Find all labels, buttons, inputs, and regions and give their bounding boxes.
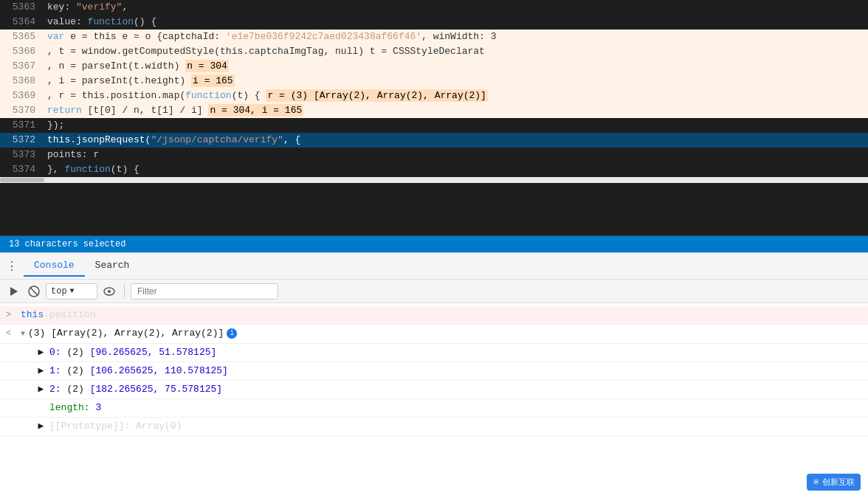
line-number: 5367 bbox=[0, 59, 44, 74]
console-content: ▶ 2: (2) [182.265625, 75.578125] bbox=[21, 382, 222, 397]
line-content: , t = window.getComputedStyle(this.captc… bbox=[44, 44, 868, 59]
tab-search[interactable]: Search bbox=[85, 255, 140, 277]
line-number: 5366 bbox=[0, 44, 44, 59]
line-number: 5370 bbox=[0, 103, 44, 118]
line-content: this.jsonpRequest("/jsonp/captcha/verify… bbox=[44, 133, 868, 148]
console-line: ▶ 0: (2) [96.265625, 51.578125] bbox=[0, 344, 868, 362]
line-content: key: "verify", bbox=[44, 0, 868, 15]
console-content: ▼(3) [Array(2), Array(2), Array(2)]i bbox=[21, 326, 237, 342]
context-selector[interactable]: top ▼ bbox=[46, 283, 97, 300]
line-content: , i = parseInt(t.height) i = 165 bbox=[44, 74, 868, 89]
toolbar-row: top ▼ bbox=[0, 280, 868, 303]
console-content: ▶ [[Prototype]]: Array(0) bbox=[21, 419, 182, 434]
line-content: points: r bbox=[44, 148, 868, 162]
console-line: >this.position bbox=[0, 306, 868, 325]
console-output[interactable]: >this.position<▼(3) [Array(2), Array(2),… bbox=[0, 303, 868, 498]
line-number: 5364 bbox=[0, 15, 44, 30]
console-line: <▼(3) [Array(2), Array(2), Array(2)]i bbox=[0, 325, 868, 344]
code-line: 5366 , t = window.getComputedStyle(this.… bbox=[0, 44, 868, 59]
watermark-symbol: ※ bbox=[813, 477, 819, 487]
line-number: 5374 bbox=[0, 162, 44, 177]
block-icon-button[interactable] bbox=[25, 283, 43, 300]
tabs-row: ⋮ ConsoleSearch bbox=[0, 253, 868, 280]
line-number: 5368 bbox=[0, 74, 44, 89]
code-line: 5372 this.jsonpRequest("/jsonp/captcha/v… bbox=[0, 133, 868, 148]
watermark-text: 创新互联 bbox=[822, 477, 855, 488]
line-content: }, function(t) { bbox=[44, 162, 868, 177]
code-line: 5374 }, function(t) { bbox=[0, 162, 868, 177]
code-line: 5368 , i = parseInt(t.height) i = 165 bbox=[0, 74, 868, 89]
svg-marker-0 bbox=[10, 287, 18, 296]
tab-console[interactable]: Console bbox=[24, 255, 85, 277]
watermark: ※ 创新互联 bbox=[807, 474, 861, 491]
dropdown-arrow-icon: ▼ bbox=[70, 287, 75, 295]
line-content: value: function() { bbox=[44, 15, 868, 30]
selection-status: 13 characters selected bbox=[9, 239, 125, 249]
line-content: var e = this e = o {captchaId: 'e1e7be03… bbox=[44, 30, 868, 44]
code-line: 5369 , r = this.position.map(function(t)… bbox=[0, 89, 868, 103]
line-content: return [t[0] / n, t[1] / i] n = 304, i =… bbox=[44, 103, 868, 118]
devtools-panel: ⋮ ConsoleSearch top ▼ bbox=[0, 252, 868, 498]
execute-button[interactable] bbox=[4, 283, 22, 300]
code-line: 5364 value: function() { bbox=[0, 15, 868, 30]
console-content: length: 3 bbox=[21, 401, 101, 415]
code-line: 5373 points: r bbox=[0, 148, 868, 162]
top-label: top bbox=[51, 286, 67, 297]
horizontal-scrollbar[interactable] bbox=[0, 177, 868, 183]
console-content: ▶ 1: (2) [106.265625, 110.578125] bbox=[21, 364, 228, 378]
console-content: this.position bbox=[21, 308, 95, 322]
console-content: ▶ 0: (2) [96.265625, 51.578125] bbox=[21, 345, 216, 360]
line-content: , n = parseInt(t.width) n = 304 bbox=[44, 59, 868, 74]
code-line: 5370 return [t[0] / n, t[1] / i] n = 304… bbox=[0, 103, 868, 118]
toolbar-separator bbox=[124, 284, 125, 299]
code-editor: 5363 key: "verify",5364 value: function(… bbox=[0, 0, 868, 236]
console-prompt: > bbox=[6, 308, 16, 322]
console-line: ▶ [[Prototype]]: Array(0) bbox=[0, 418, 868, 436]
filter-input[interactable] bbox=[131, 283, 278, 300]
console-line: ▶ 2: (2) [182.265625, 75.578125] bbox=[0, 381, 868, 399]
line-content: , r = this.position.map(function(t) { r … bbox=[44, 89, 868, 103]
line-number: 5363 bbox=[0, 0, 44, 15]
line-number: 5371 bbox=[0, 118, 44, 133]
line-number: 5365 bbox=[0, 30, 44, 44]
svg-line-2 bbox=[30, 287, 38, 295]
line-content: }); bbox=[44, 118, 868, 133]
console-line: length: 3 bbox=[0, 399, 868, 418]
code-line: 5365 var e = this e = o {captchaId: 'e1e… bbox=[0, 30, 868, 44]
code-line: 5363 key: "verify", bbox=[0, 0, 868, 15]
svg-point-4 bbox=[108, 290, 111, 293]
status-bar: 13 characters selected bbox=[0, 236, 868, 252]
code-line: 5371 }); bbox=[0, 118, 868, 133]
console-line: ▶ 1: (2) [106.265625, 110.578125] bbox=[0, 362, 868, 381]
more-options-icon[interactable]: ⋮ bbox=[6, 259, 18, 274]
console-prompt: < bbox=[6, 326, 16, 341]
eye-icon-button[interactable] bbox=[100, 283, 118, 300]
line-number: 5373 bbox=[0, 148, 44, 162]
line-number: 5372 bbox=[0, 133, 44, 148]
code-line: 5367 , n = parseInt(t.width) n = 304 bbox=[0, 59, 868, 74]
line-number: 5369 bbox=[0, 89, 44, 103]
